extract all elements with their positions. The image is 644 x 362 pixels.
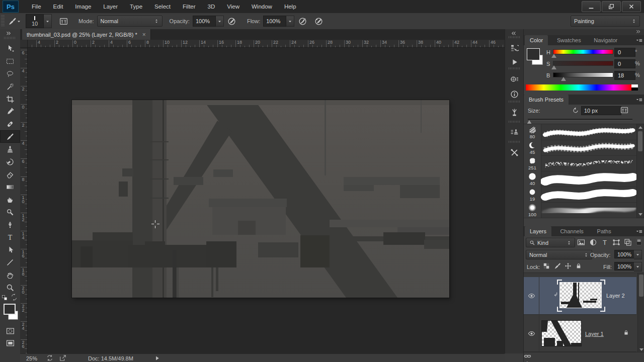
lock-position-icon[interactable] xyxy=(565,262,572,269)
tab-brush-presets[interactable]: Brush Presets xyxy=(524,95,569,105)
brush-preset-row[interactable]: 19 xyxy=(524,187,636,203)
saturation-value[interactable]: 0 xyxy=(614,59,635,68)
filter-smart-object-icon[interactable] xyxy=(624,238,632,246)
fill-caret[interactable] xyxy=(634,262,642,272)
default-colors-icon[interactable] xyxy=(2,295,8,301)
layer-row-layer-1[interactable]: Layer 1 xyxy=(524,315,636,352)
brightness-value[interactable]: 18 xyxy=(614,71,635,80)
zoom-level[interactable]: 25% xyxy=(26,355,37,361)
brush-size-slider[interactable] xyxy=(528,119,632,121)
reset-brush-icon[interactable] xyxy=(572,107,579,114)
panel-button-info[interactable] xyxy=(505,87,524,101)
panel-button-materials[interactable] xyxy=(505,72,524,85)
panel-strip-grip[interactable] xyxy=(509,141,520,143)
tool-gradient[interactable] xyxy=(0,180,20,193)
tab-paths[interactable]: Paths xyxy=(592,226,616,236)
flow-input[interactable]: 100% xyxy=(263,16,286,27)
pressure-size-icon[interactable] xyxy=(312,15,325,27)
minimize-button[interactable] xyxy=(582,1,601,12)
tool-eyedropper[interactable] xyxy=(0,105,20,118)
tab-color[interactable]: Color xyxy=(525,35,548,45)
toggle-brush-panel-button[interactable] xyxy=(57,15,70,27)
foreground-color-swatch[interactable] xyxy=(4,304,16,315)
menu-item-file[interactable]: File xyxy=(26,1,47,13)
tab-navigator[interactable]: Navigator xyxy=(589,35,622,45)
tool-eraser[interactable] xyxy=(0,168,20,180)
layer-name[interactable]: Layer 2 xyxy=(606,293,625,299)
opacity-input[interactable]: 100% xyxy=(193,16,216,27)
brush-tool-preset-button[interactable] xyxy=(8,15,21,27)
export-icon[interactable] xyxy=(59,354,66,361)
opacity-caret[interactable] xyxy=(216,16,224,27)
horizontal-ruler[interactable]: 4202468101214161820222426283032343638404… xyxy=(20,40,505,48)
tab-swatches[interactable]: Swatches xyxy=(552,35,586,45)
close-button[interactable] xyxy=(622,1,641,12)
blend-mode-select[interactable]: Normal xyxy=(526,250,592,259)
panel-menu-icon[interactable] xyxy=(636,228,642,235)
filter-shape-layers-icon[interactable] xyxy=(612,238,620,246)
tool-history-brush[interactable] xyxy=(0,155,20,168)
brightness-slider-thumb[interactable] xyxy=(561,77,566,81)
panel-button-clone-source[interactable] xyxy=(505,126,524,139)
hue-slider[interactable] xyxy=(553,49,613,54)
filter-pixel-layers-icon[interactable] xyxy=(577,238,585,246)
filter-adjustment-layers-icon[interactable] xyxy=(589,238,597,246)
collapse-toolbar-icon[interactable] xyxy=(6,31,12,37)
brush-size-preview[interactable]: 10 xyxy=(26,14,44,28)
brush-list-scrollbar[interactable] xyxy=(636,124,644,218)
sync-icon[interactable] xyxy=(46,354,53,361)
layer-thumbnail[interactable] xyxy=(560,283,601,308)
layers-opacity-caret[interactable] xyxy=(634,250,642,259)
pressure-opacity-icon[interactable] xyxy=(225,15,238,27)
tool-smudge[interactable] xyxy=(0,193,20,206)
panel-button-history[interactable] xyxy=(505,41,524,54)
flow-caret[interactable] xyxy=(286,16,294,27)
scroll-up-icon[interactable] xyxy=(638,126,642,129)
brush-size-caret[interactable] xyxy=(44,14,52,28)
menu-item-layer[interactable]: Layer xyxy=(97,1,124,13)
color-spectrum-ramp[interactable] xyxy=(526,84,631,90)
scroll-down-icon[interactable] xyxy=(638,213,642,216)
tool-path-select[interactable] xyxy=(0,243,20,256)
link-layers-icon[interactable] xyxy=(524,352,644,360)
layer-row-layer-2[interactable]: Layer 2 xyxy=(524,277,636,315)
tool-pen[interactable] xyxy=(0,218,20,231)
layer-filter-switch[interactable] xyxy=(635,238,643,246)
layer-filter-kind-select[interactable]: Kind xyxy=(526,238,575,247)
document-tab[interactable]: thumbnail_03.psd @ 25% (Layer 2, RGB/8) … xyxy=(22,29,151,40)
spectrum-black-swatch[interactable] xyxy=(631,87,638,90)
layer-visibility-toggle[interactable] xyxy=(524,277,539,314)
hue-slider-thumb[interactable] xyxy=(551,54,556,58)
menu-item-select[interactable]: Select xyxy=(148,1,177,13)
menu-item-edit[interactable]: Edit xyxy=(47,1,69,13)
layer-name[interactable]: Layer 1 xyxy=(585,331,604,337)
tool-marquee[interactable] xyxy=(0,55,20,67)
tool-healing-brush[interactable] xyxy=(0,118,20,130)
tool-quick-select[interactable] xyxy=(0,80,20,93)
tool-zoom[interactable] xyxy=(0,281,20,294)
close-tab-icon[interactable]: × xyxy=(142,31,146,38)
menu-item-type[interactable]: Type xyxy=(124,1,148,13)
menu-item-help[interactable]: Help xyxy=(278,1,302,13)
menu-item-view[interactable]: View xyxy=(221,1,246,13)
tool-type[interactable]: T xyxy=(0,231,20,243)
workspace-select[interactable]: Painting xyxy=(571,16,640,27)
tool-clone-stamp[interactable] xyxy=(0,143,20,155)
scroll-down-icon[interactable] xyxy=(639,348,643,351)
menu-item-image[interactable]: Image xyxy=(69,1,97,13)
filter-type-layers-icon[interactable]: T xyxy=(601,238,609,246)
brush-preset-row[interactable]: 100 xyxy=(524,202,636,218)
scroll-thumb[interactable] xyxy=(639,275,643,297)
tool-crop[interactable] xyxy=(0,93,20,105)
mode-select[interactable]: Normal xyxy=(97,16,163,27)
hue-value[interactable]: 0 xyxy=(614,48,635,57)
panel-strip-grip[interactable] xyxy=(509,121,520,123)
layer-thumbnail[interactable] xyxy=(542,321,581,346)
scroll-thumb[interactable] xyxy=(638,131,642,151)
tab-channels[interactable]: Channels xyxy=(555,226,588,236)
saturation-slider[interactable] xyxy=(553,61,613,66)
panel-button-brush-settings[interactable] xyxy=(505,106,524,119)
collapse-dock-icon[interactable] xyxy=(636,29,641,35)
tool-dodge[interactable] xyxy=(0,206,20,218)
restore-button[interactable] xyxy=(602,1,621,12)
